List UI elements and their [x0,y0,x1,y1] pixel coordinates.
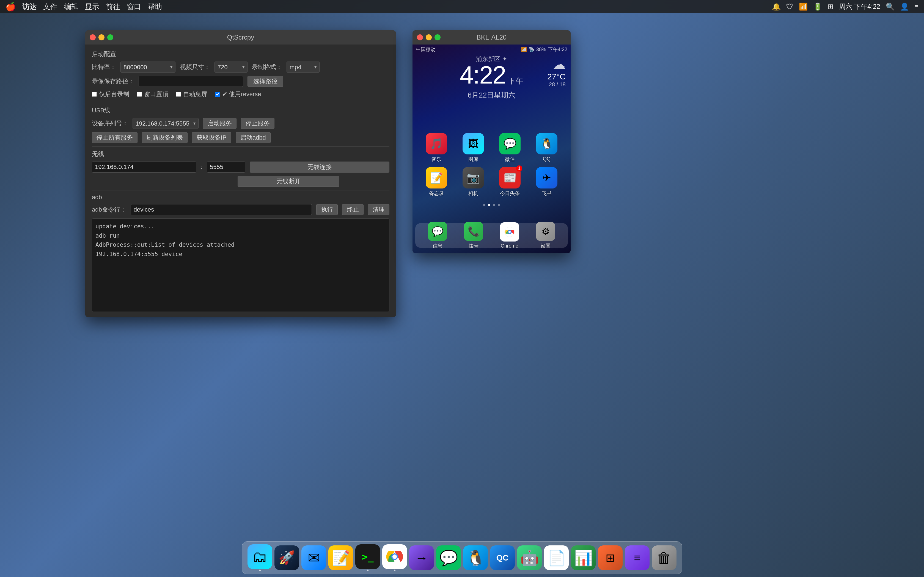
menubar-help[interactable]: 帮助 [148,2,162,11]
app-toutiao-badge: 1 [516,165,522,171]
stop-all-button[interactable]: 停止所有服务 [92,132,137,143]
menubar-grid-icon[interactable]: ⊞ [827,2,834,11]
menubar-edit[interactable]: 编辑 [64,2,78,11]
app-wechat[interactable]: 💬 微信 [499,133,520,163]
minimize-button[interactable] [99,34,105,40]
menubar-app-name[interactable]: 访达 [22,2,37,11]
menubar-view[interactable]: 显示 [85,2,99,11]
phone-clock-area: 4:22 下午 6月22日星期六 [412,61,570,100]
wireless-connect-button[interactable]: 无线连接 [250,161,389,172]
only-record-checkbox[interactable] [92,92,97,97]
weather-widget: ☁ 27°C 28 / 18 [547,56,566,88]
clear-button[interactable]: 清理 [368,204,389,215]
app-toutiao[interactable]: 📰 1 今日头条 [499,167,520,197]
menubar-battery-icon[interactable]: 🔋 [813,2,822,11]
app-music[interactable]: 🎵 音乐 [426,133,447,163]
window-top-checkbox[interactable] [137,92,142,97]
dock-notes[interactable]: 📝 [328,545,353,570]
menubar-wifi-icon[interactable]: 📶 [799,2,808,11]
only-record-check: 仅后台录制 [92,90,129,98]
device-serial-select[interactable]: 192.168.0.174:5555 [132,118,199,129]
bitrate-select[interactable]: 8000000 [120,61,176,73]
page-dot-4 [498,204,500,206]
dock-files[interactable]: 📄 [544,545,569,570]
menubar-notification-icon[interactable]: 🔔 [772,2,781,11]
app-qq[interactable]: 🐧 QQ [536,133,557,163]
app-camera[interactable]: 📷 相机 [462,167,484,197]
dock-sequence[interactable]: ≡ [625,545,649,570]
phone-window-title: BKL-AL20 [477,34,507,41]
device-serial-label: 设备序列号： [92,119,128,127]
menubar-go[interactable]: 前往 [106,2,120,11]
menubar-user-icon[interactable]: 👤 [900,2,909,11]
phone-dock-messages[interactable]: 💬 信息 [428,222,447,249]
divider-1 [92,103,389,103]
phone-dock-phone[interactable]: 📞 拨号 [464,222,483,249]
dock-android[interactable]: 🤖 [517,545,542,570]
usb-section-title: USB线 [92,106,389,114]
phone-maximize-button[interactable] [435,34,441,40]
wireless-port-input[interactable] [207,161,245,172]
dock-postfix[interactable]: ✉ [301,545,326,570]
dock-wechat[interactable]: 💬 [436,545,461,570]
dock-trash[interactable]: 🗑 [652,545,677,570]
menubar-file[interactable]: 文件 [43,2,58,11]
app-notes[interactable]: 📝 备忘录 [426,167,447,197]
divider-3 [92,190,389,190]
page-dot-3 [493,204,495,206]
dock-tableplus[interactable]: ⊞ [598,545,623,570]
dock-postfix-icon: ✉ [301,545,326,570]
get-device-ip-button[interactable]: 获取设备IP [192,132,231,143]
dock-sheets-icon: 📊 [571,545,596,570]
phone-dock-settings[interactable]: ⚙ 设置 [536,222,555,249]
select-path-button[interactable]: 选择路径 [247,76,283,87]
auto-screen-checkbox[interactable] [176,92,181,97]
dock-chrome[interactable] [382,544,407,571]
close-button[interactable] [90,34,96,40]
menubar-search-icon[interactable]: 🔍 [886,2,895,11]
dock-qq[interactable]: 🐧 [463,545,488,570]
app-gallery[interactable]: 🖼 图库 [462,133,484,163]
record-path-label: 录像保存路径： [92,77,134,85]
record-format-select[interactable]: mp4 [286,61,320,73]
stop-adb-button[interactable]: 终止 [342,204,363,215]
phone-time-row: 4:22 下午 [412,61,570,89]
dock-terminal[interactable]: >_ [355,544,380,571]
phone-dock-chrome[interactable]: Chrome [500,222,519,249]
phone-dock-settings-label: 设置 [541,243,551,249]
use-reverse-checkbox[interactable] [215,92,220,97]
refresh-devices-button[interactable]: 刷新设备列表 [142,132,187,143]
dock-sheets[interactable]: 📊 [571,545,596,570]
phone-minimize-button[interactable] [426,34,432,40]
phone-carrier: 中国移动 [416,46,436,53]
video-size-select[interactable]: 720 [215,61,247,73]
dock-finder[interactable]: 🗂 [247,544,272,571]
log-line-3: AdbProcess::out:List of devices attached [95,240,386,250]
dock-files-icon: 📄 [544,545,569,570]
dock-direct[interactable]: → [409,545,434,570]
qt-window-title: QtScrcpy [227,34,254,41]
adb-cmd-input[interactable] [131,204,312,215]
dock-chrome-icon [382,544,407,569]
menubar-shield-icon[interactable]: 🛡 [786,2,793,11]
stop-service-button[interactable]: 停止服务 [241,118,275,129]
wireless-ip-input[interactable] [92,161,196,172]
dock-launchpad[interactable]: 🚀 [275,545,299,570]
phone-close-button[interactable] [417,34,423,40]
execute-button[interactable]: 执行 [316,204,338,215]
maximize-button[interactable] [107,34,113,40]
phone-screen[interactable]: 中国移动 📶 📡 38% 下午4:22 浦东新区 ✦ 4:22 下午 6月22日… [412,45,570,253]
wireless-disconnect-button[interactable]: 无线断开 [237,176,339,187]
use-reverse-label: ✔ 使用reverse [222,90,261,98]
menubar-settings-icon[interactable]: ≡ [914,2,919,11]
app-row-2: 📝 备忘录 📷 相机 📰 1 今日头条 [418,167,565,197]
apple-menu[interactable]: 🍎 [5,2,16,11]
start-adbd-button[interactable]: 启动adbd [236,132,271,143]
menubar-window[interactable]: 窗口 [127,2,141,11]
dock-qc[interactable]: QC [490,545,515,570]
record-path-input[interactable] [139,76,243,87]
auto-screen-label: 自动息屏 [183,90,207,98]
start-service-button[interactable]: 启动服务 [203,118,236,129]
app-feishu[interactable]: ✈ 飞书 [536,167,557,197]
app-feishu-label: 飞书 [542,190,552,197]
